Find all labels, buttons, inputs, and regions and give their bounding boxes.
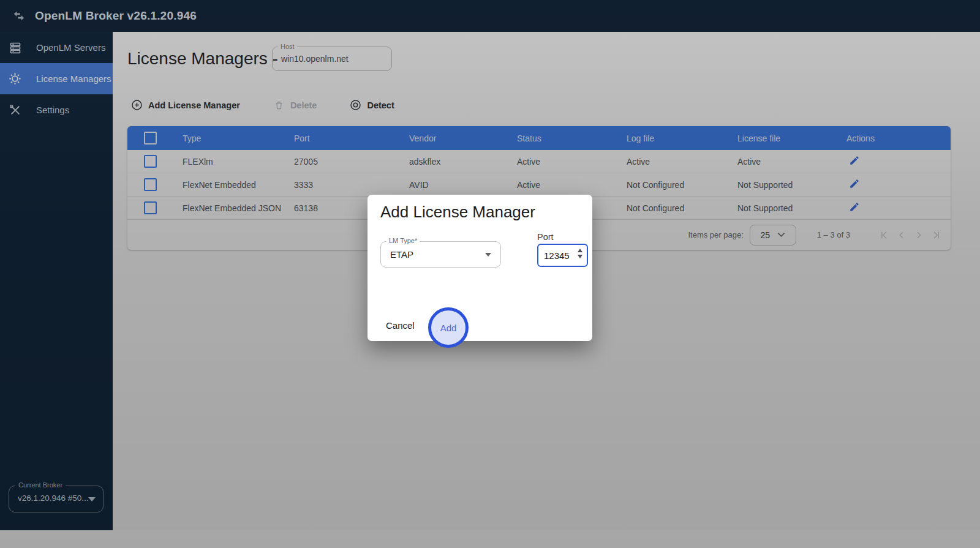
add-button[interactable]: Add xyxy=(428,307,469,348)
dialog-title: Add License Manager xyxy=(380,203,535,222)
add-button-label: Add xyxy=(440,323,457,333)
add-license-manager-dialog: Add License Manager LM Type* ETAP Port 1… xyxy=(368,195,592,341)
stepper-up-icon[interactable] xyxy=(578,249,582,252)
cancel-button[interactable]: Cancel xyxy=(386,320,415,331)
lm-type-select[interactable]: LM Type* ETAP xyxy=(380,241,501,268)
lm-type-label: LM Type* xyxy=(386,237,420,244)
lm-type-value: ETAP xyxy=(390,249,413,260)
caret-down-icon xyxy=(485,253,491,257)
number-stepper[interactable] xyxy=(578,249,582,258)
port-label: Port xyxy=(537,232,554,242)
app-screen: OpenLM Broker v26.1.20.946 OpenLM Server… xyxy=(0,0,980,548)
port-value: 12345 xyxy=(544,250,570,261)
port-input[interactable]: 12345 xyxy=(537,244,588,267)
stepper-down-icon[interactable] xyxy=(578,255,582,258)
